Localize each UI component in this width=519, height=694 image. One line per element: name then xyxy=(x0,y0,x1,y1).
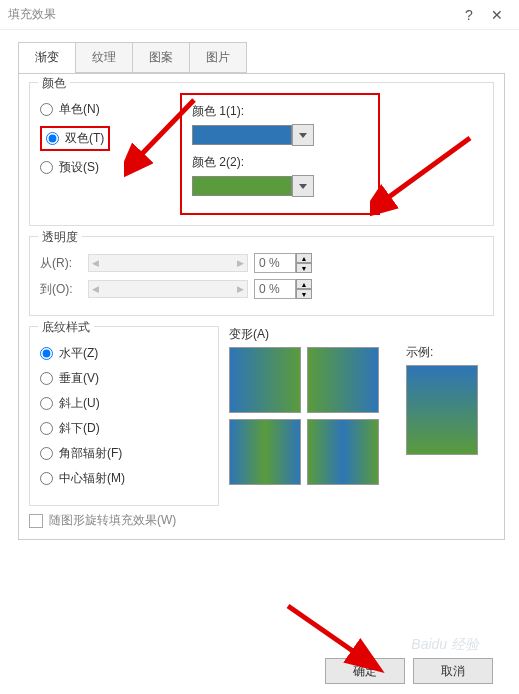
spin-down-icon[interactable]: ▼ xyxy=(296,263,312,273)
titlebar: 填充效果 ? ✕ xyxy=(0,0,519,30)
color1-label: 颜色 1(1): xyxy=(192,103,368,120)
tab-gradient[interactable]: 渐变 xyxy=(18,42,76,73)
trans-to-label: 到(O): xyxy=(40,281,82,298)
variants-title: 变形(A) xyxy=(229,326,379,343)
chevron-left-icon: ◀ xyxy=(92,258,99,268)
radio-diagdown[interactable]: 斜下(D) xyxy=(40,420,208,437)
radio-corner-label: 角部辐射(F) xyxy=(59,445,122,462)
color-mode-radios: 单色(N) 双色(T) 预设(S) xyxy=(40,93,180,215)
shade-group: 底纹样式 水平(Z) 垂直(V) 斜上(U) 斜下(D) 角部辐射(F) 中心辐… xyxy=(29,326,219,506)
shade-group-title: 底纹样式 xyxy=(38,319,94,336)
rotate-checkbox[interactable] xyxy=(29,514,43,528)
radio-corner[interactable]: 角部辐射(F) xyxy=(40,445,208,462)
radio-diagup[interactable]: 斜上(U) xyxy=(40,395,208,412)
trans-to-value[interactable]: 0 % xyxy=(254,279,296,299)
content-panel: 颜色 单色(N) 双色(T) 预设(S) 颜色 xyxy=(18,73,505,540)
tab-picture[interactable]: 图片 xyxy=(190,42,247,73)
sample-label: 示例: xyxy=(406,344,478,361)
radio-single[interactable]: 单色(N) xyxy=(40,101,180,118)
color2-select[interactable] xyxy=(192,175,368,197)
help-icon[interactable]: ? xyxy=(455,7,483,23)
svg-line-2 xyxy=(288,606,360,656)
radio-single-label: 单色(N) xyxy=(59,101,100,118)
window-title: 填充效果 xyxy=(8,6,455,23)
variants-group: 变形(A) xyxy=(229,326,379,506)
color-group-title: 颜色 xyxy=(38,75,70,92)
radio-dual-input[interactable] xyxy=(46,132,59,145)
chevron-left-icon: ◀ xyxy=(92,284,99,294)
spin-up-icon[interactable]: ▲ xyxy=(296,253,312,263)
color1-select[interactable] xyxy=(192,124,368,146)
watermark: Baidu 经验 xyxy=(411,636,479,654)
trans-from-slider[interactable]: ◀▶ xyxy=(88,254,248,272)
trans-to-spin[interactable]: 0 % ▲▼ xyxy=(254,279,312,299)
radio-preset[interactable]: 预设(S) xyxy=(40,159,180,176)
trans-from-spin[interactable]: 0 % ▲▼ xyxy=(254,253,312,273)
color2-dropdown-icon[interactable] xyxy=(292,175,314,197)
ok-button[interactable]: 确定 xyxy=(325,658,405,684)
color2-swatch xyxy=(192,176,292,196)
radio-center-label: 中心辐射(M) xyxy=(59,470,125,487)
radio-horiz-label: 水平(Z) xyxy=(59,345,98,362)
radio-dual-label: 双色(T) xyxy=(65,130,104,147)
variant-1[interactable] xyxy=(229,347,301,413)
spin-up-icon[interactable]: ▲ xyxy=(296,279,312,289)
button-bar: 确定 取消 xyxy=(325,658,493,684)
tab-texture[interactable]: 纹理 xyxy=(76,42,133,73)
trans-to-slider[interactable]: ◀▶ xyxy=(88,280,248,298)
transparency-group: 透明度 从(R): ◀▶ 0 % ▲▼ 到(O): ◀▶ 0 % ▲▼ xyxy=(29,236,494,316)
color1-dropdown-icon[interactable] xyxy=(292,124,314,146)
spin-down-icon[interactable]: ▼ xyxy=(296,289,312,299)
radio-vert[interactable]: 垂直(V) xyxy=(40,370,208,387)
color1-swatch xyxy=(192,125,292,145)
transparency-group-title: 透明度 xyxy=(38,229,82,246)
radio-center[interactable]: 中心辐射(M) xyxy=(40,470,208,487)
radio-diagup-label: 斜上(U) xyxy=(59,395,100,412)
sample-group: 示例: xyxy=(406,344,478,455)
chevron-right-icon: ▶ xyxy=(237,258,244,268)
cancel-button[interactable]: 取消 xyxy=(413,658,493,684)
radio-vert-label: 垂直(V) xyxy=(59,370,99,387)
close-icon[interactable]: ✕ xyxy=(483,7,511,23)
radio-single-input[interactable] xyxy=(40,103,53,116)
radio-diagup-input[interactable] xyxy=(40,397,53,410)
radio-horiz[interactable]: 水平(Z) xyxy=(40,345,208,362)
color-group: 颜色 单色(N) 双色(T) 预设(S) 颜色 xyxy=(29,82,494,226)
radio-diagdown-input[interactable] xyxy=(40,422,53,435)
radio-corner-input[interactable] xyxy=(40,447,53,460)
color-panel: 颜色 1(1): 颜色 2(2): xyxy=(180,93,380,215)
rotate-option[interactable]: 随图形旋转填充效果(W) xyxy=(29,512,494,529)
radio-preset-input[interactable] xyxy=(40,161,53,174)
color2-label: 颜色 2(2): xyxy=(192,154,368,171)
radio-preset-label: 预设(S) xyxy=(59,159,99,176)
variant-3[interactable] xyxy=(229,419,301,485)
trans-from-label: 从(R): xyxy=(40,255,82,272)
tab-bar: 渐变 纹理 图案 图片 xyxy=(18,42,509,73)
rotate-label: 随图形旋转填充效果(W) xyxy=(49,512,176,529)
radio-horiz-input[interactable] xyxy=(40,347,53,360)
variant-2[interactable] xyxy=(307,347,379,413)
variant-4[interactable] xyxy=(307,419,379,485)
radio-vert-input[interactable] xyxy=(40,372,53,385)
radio-center-input[interactable] xyxy=(40,472,53,485)
radio-dual[interactable]: 双色(T) xyxy=(40,126,180,151)
tab-pattern[interactable]: 图案 xyxy=(133,42,190,73)
chevron-right-icon: ▶ xyxy=(237,284,244,294)
trans-from-value[interactable]: 0 % xyxy=(254,253,296,273)
radio-diagdown-label: 斜下(D) xyxy=(59,420,100,437)
sample-preview xyxy=(406,365,478,455)
